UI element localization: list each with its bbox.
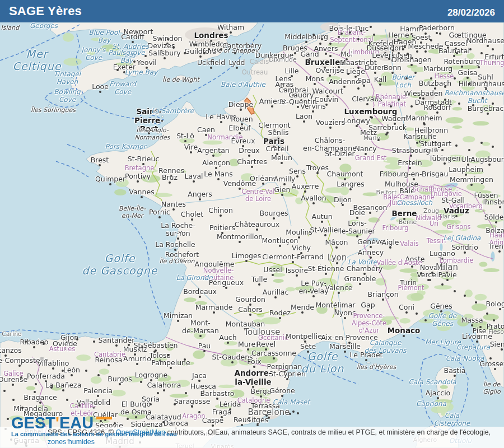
header-bar: SAGE Yères 28/02/2026	[0, 0, 504, 22]
map-viewport[interactable]: t IslandGeorgesMer CeltiqueBlue Pool Bay…	[0, 0, 504, 448]
header-date: 28/02/2026	[447, 7, 495, 18]
logo-gest: GEST	[11, 414, 55, 432]
attribution-text: contributors, OIEau, animateurs SAGE, co…	[165, 428, 491, 436]
page-title: SAGE Yères	[9, 4, 82, 18]
logo-dash	[96, 417, 112, 419]
gesteau-logo[interactable]: GEST'EAU La communauté des acteurs de ge…	[11, 416, 177, 437]
gesteau-tagline: La communauté des acteurs de gestion int…	[11, 431, 177, 437]
gesteau-logo-text: GEST'EAU	[11, 416, 177, 430]
logo-apostrophe: '	[55, 414, 59, 432]
map-canvas[interactable]	[0, 0, 504, 448]
zones-humides-link[interactable]: zones humides	[48, 438, 95, 446]
logo-eau: EAU	[59, 414, 94, 432]
